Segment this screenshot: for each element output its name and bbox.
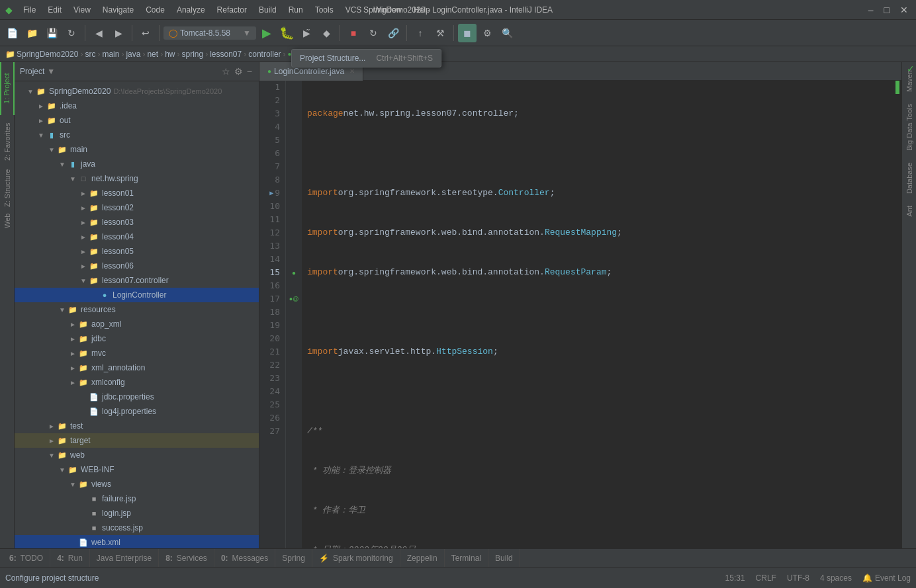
tree-jdbc[interactable]: ► 📁 jdbc: [15, 331, 259, 346]
tree-package[interactable]: ▼ □ net.hw.spring: [15, 171, 259, 186]
run-button[interactable]: ▶: [257, 24, 276, 42]
crlf-indicator[interactable]: CRLF: [756, 573, 776, 583]
breadcrumb-net[interactable]: net: [147, 50, 158, 59]
database-panel-button[interactable]: Database: [903, 157, 915, 199]
tree-xml-annotation[interactable]: ► 📁 xml_annotation: [15, 360, 259, 375]
tree-target[interactable]: ► 📁 target: [15, 433, 259, 448]
restart-button[interactable]: ↻: [364, 24, 383, 42]
breadcrumb-project[interactable]: SpringDemo2020: [17, 50, 78, 59]
tree-logincontroller[interactable]: ● LoginController: [15, 288, 259, 302]
menu-refactor[interactable]: Refactor: [212, 4, 252, 16]
save-all-button[interactable]: 💾: [42, 24, 61, 42]
menu-edit[interactable]: Edit: [42, 4, 67, 16]
breadcrumb-spring[interactable]: spring: [181, 50, 203, 59]
undo-button[interactable]: ↩: [136, 24, 155, 42]
update-button[interactable]: ↑: [411, 24, 430, 42]
minimize-button[interactable]: –: [866, 5, 876, 15]
menu-analyze[interactable]: Analyze: [171, 4, 210, 16]
line-col-indicator[interactable]: 15:31: [725, 573, 745, 583]
tree-java[interactable]: ▼ ▮ java: [15, 157, 259, 171]
todo-tab[interactable]: 6: TODO: [3, 549, 50, 567]
tree-lesson06[interactable]: ► 📁 lesson06: [15, 259, 259, 273]
tree-lesson05[interactable]: ► 📁 lesson05: [15, 244, 259, 259]
zeppelin-tab[interactable]: Zeppelin: [400, 549, 445, 567]
forward-button[interactable]: ▶: [109, 24, 128, 42]
menu-navigate[interactable]: Navigate: [97, 4, 139, 16]
project-structure-button[interactable]: ◼: [458, 24, 477, 42]
search-everywhere-button[interactable]: 🔍: [498, 24, 516, 42]
java-enterprise-tab[interactable]: Java Enterprise: [90, 549, 159, 567]
tree-aop[interactable]: ► 📁 aop_xml: [15, 317, 259, 331]
tree-main[interactable]: ▼ 📁 main: [15, 142, 259, 157]
tree-test[interactable]: ► 📁 test: [15, 419, 259, 433]
tree-views[interactable]: ▼ 📁 views: [15, 477, 259, 491]
breadcrumb-controller[interactable]: controller: [248, 50, 281, 59]
event-log-button[interactable]: 🔔 Event Log: [862, 573, 911, 583]
sidebar-dropdown[interactable]: ▼: [47, 67, 55, 76]
indent-indicator[interactable]: 4 spaces: [820, 573, 852, 583]
menu-view[interactable]: View: [68, 4, 96, 16]
tree-jdbc-properties[interactable]: 📄 jdbc.properties: [15, 390, 259, 404]
structure-tool-button[interactable]: Z: Structure: [0, 168, 15, 208]
menu-tools[interactable]: Tools: [310, 4, 339, 16]
tree-success-jsp[interactable]: ■ success.jsp: [15, 521, 259, 535]
hide-icon[interactable]: −: [246, 65, 253, 78]
tree-web-xml[interactable]: 📄 web.xml: [15, 535, 259, 548]
project-tool-button[interactable]: 1: Project: [0, 62, 15, 115]
tree-xmlconfig[interactable]: ► 📁 xmlconfig: [15, 375, 259, 390]
tree-login-jsp[interactable]: ■ login.jsp: [15, 506, 259, 521]
ide-settings-button[interactable]: ⚙: [478, 24, 496, 42]
build-tab[interactable]: Build: [488, 549, 520, 567]
menu-run[interactable]: Run: [283, 4, 308, 16]
menu-code[interactable]: Code: [140, 4, 170, 16]
tree-lesson01[interactable]: ► 📁 lesson01: [15, 186, 259, 200]
settings-icon[interactable]: ⚙: [233, 65, 244, 78]
breadcrumb-hw[interactable]: hw: [165, 50, 175, 59]
build-artifact-button[interactable]: ⚒: [431, 24, 449, 42]
debug-button[interactable]: 🐛: [277, 24, 296, 42]
breadcrumb-java[interactable]: java: [126, 50, 140, 59]
open-button[interactable]: 📁: [23, 24, 41, 42]
profile-button[interactable]: ◆: [317, 24, 336, 42]
tree-lesson07[interactable]: ▼ 📁 lesson07.controller: [15, 273, 259, 288]
ant-panel-button[interactable]: Ant: [903, 200, 915, 222]
maximize-button[interactable]: □: [882, 5, 892, 15]
close-button[interactable]: ✕: [897, 5, 911, 15]
tree-out[interactable]: ► 📁 out: [15, 113, 259, 128]
tree-lesson02[interactable]: ► 📁 lesson02: [15, 200, 259, 215]
services-tab[interactable]: 8: Services: [159, 549, 214, 567]
tree-resources[interactable]: ▼ 📁 resources: [15, 302, 259, 317]
menu-file[interactable]: File: [18, 4, 41, 16]
run-configuration[interactable]: ◯ Tomcat-8.5.58 ▼: [163, 26, 256, 40]
tree-webinf[interactable]: ▼ 📁 WEB-INF: [15, 462, 259, 477]
encoding-indicator[interactable]: UTF-8: [787, 573, 809, 583]
big-data-tools-button[interactable]: Big Data Tools: [903, 99, 915, 156]
tree-mvc[interactable]: ► 📁 mvc: [15, 346, 259, 360]
tree-log4j-properties[interactable]: 📄 log4j.properties: [15, 404, 259, 419]
scope-icon[interactable]: ☆: [220, 65, 232, 78]
breadcrumb-main[interactable]: main: [102, 50, 119, 59]
spark-monitoring-tab[interactable]: ⚡ Spark monitoring: [312, 549, 400, 567]
run-tab[interactable]: 4: Run: [50, 549, 90, 567]
favorites-tool-button[interactable]: 2: Favorites: [0, 115, 15, 168]
terminal-tab[interactable]: Terminal: [445, 549, 488, 567]
tree-lesson03[interactable]: ► 📁 lesson03: [15, 215, 259, 230]
new-file-button[interactable]: 📄: [3, 24, 21, 42]
tree-src[interactable]: ▼ ▮ src: [15, 128, 259, 142]
spring-tab[interactable]: Spring: [275, 549, 312, 567]
stop-button[interactable]: ■: [344, 24, 363, 42]
tab-close-button[interactable]: ✕: [349, 67, 355, 75]
tree-failure-jsp[interactable]: ■ failure.jsp: [15, 491, 259, 506]
code-area[interactable]: package net.hw.spring.lesson07.controlle…: [302, 81, 893, 548]
breadcrumb-lesson07[interactable]: lesson07: [210, 50, 242, 59]
web-tool-button[interactable]: Web: [0, 208, 15, 234]
tree-web[interactable]: ▼ 📁 web: [15, 448, 259, 462]
tree-idea[interactable]: ► 📁 .idea: [15, 99, 259, 113]
messages-tab[interactable]: 0: Messages: [214, 549, 275, 567]
back-button[interactable]: ◀: [89, 24, 108, 42]
tree-lesson04[interactable]: ► 📁 lesson04: [15, 230, 259, 244]
attach-debugger-button[interactable]: 🔗: [384, 24, 402, 42]
menu-build[interactable]: Build: [253, 4, 282, 16]
breadcrumb-src[interactable]: src: [85, 50, 95, 59]
tree-root[interactable]: ▼ 📁 SpringDemo2020 D:\IdeaProjects\Sprin…: [15, 84, 259, 99]
